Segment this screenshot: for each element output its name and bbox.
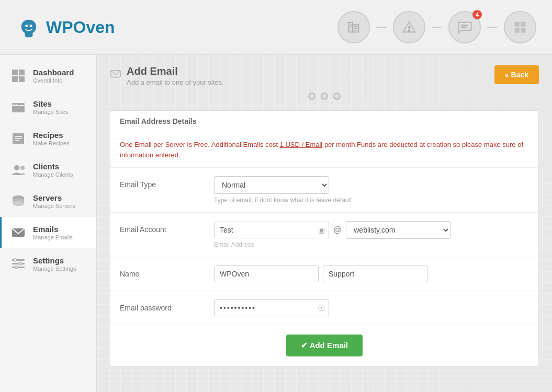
email-account-wrap: ▣ @ weblisty.com — [214, 221, 529, 239]
logo-icon — [16, 14, 42, 40]
logo: WPOven — [16, 14, 115, 40]
sidebar-sites-subtitle: Manage Sites — [33, 109, 68, 115]
name-label: Name — [120, 266, 204, 278]
sidebar-emails-subtitle: Manage Emails — [33, 234, 73, 240]
steps-indicator — [110, 93, 539, 100]
main-content: Add Email Add a email to one of your sit… — [97, 55, 552, 392]
sidebar-item-recipes[interactable]: Recipes Make Recipes — [0, 123, 96, 154]
email-address-hint: Email Address — [214, 241, 529, 248]
form-row-password: Email password ☉ — [110, 291, 538, 325]
dashboard-icon — [10, 67, 27, 84]
email-account-label: Email Account — [120, 221, 204, 234]
sidebar-clients-title: Clients — [33, 162, 73, 171]
sidebar-item-dashboard-text: Dashboard Overall Info — [33, 68, 74, 84]
sidebar-item-sites[interactable]: Sites Manage Sites — [0, 91, 96, 123]
name-control — [214, 266, 529, 282]
email-input-wrap: ▣ — [214, 222, 329, 238]
svg-point-38 — [15, 266, 18, 269]
form-row-email-type: Email Type Normal Forwarder Alias Type o… — [110, 168, 538, 213]
sidebar-item-clients[interactable]: Clients Manage Clients — [0, 154, 96, 186]
svg-point-37 — [19, 262, 22, 265]
page-header: Add Email Add a email to one of your sit… — [110, 65, 539, 86]
sidebar-item-dashboard[interactable]: Dashboard Overall Info — [0, 60, 96, 91]
sidebar-settings-title: Settings — [33, 256, 76, 266]
svg-rect-14 — [521, 28, 525, 32]
header-connector-3 — [487, 27, 498, 28]
sidebar-item-recipes-text: Recipes Make Recipes — [33, 131, 70, 146]
email-type-label: Email Type — [120, 176, 204, 189]
form-row-email-account: Email Account ▣ @ weblisty.com Email Add… — [110, 213, 538, 257]
svg-rect-13 — [515, 28, 520, 32]
sidebar-item-emails-text: Emails Manage Emails — [33, 225, 73, 240]
svg-point-21 — [14, 104, 15, 105]
sidebar-recipes-title: Recipes — [33, 131, 70, 140]
password-toggle-icon[interactable]: ☉ — [318, 303, 325, 313]
report-icon — [346, 20, 361, 34]
sidebar-item-settings[interactable]: Settings Manage Settings — [0, 248, 96, 280]
step-2 — [321, 93, 328, 100]
back-button[interactable]: « Back — [494, 65, 539, 84]
page-subtitle: Add a email to one of your sites. — [127, 78, 224, 86]
form-submit: ✔ Add Email — [110, 325, 538, 366]
info-box: One Email per Server is Free, Additional… — [110, 132, 538, 168]
svg-point-8 — [409, 30, 410, 31]
domain-select[interactable]: weblisty.com — [346, 221, 450, 239]
svg-point-36 — [14, 259, 17, 261]
sidebar-servers-subtitle: Manage Servers — [33, 203, 75, 209]
header-grid-button[interactable] — [504, 11, 536, 43]
page-title-icon — [110, 69, 121, 83]
sidebar-item-servers[interactable]: Servers Manage Servers — [0, 186, 96, 217]
form-row-name: Name — [110, 257, 538, 291]
settings-icon — [10, 256, 27, 272]
header-report-button[interactable] — [337, 11, 370, 43]
password-input[interactable] — [214, 299, 329, 316]
sidebar-dashboard-title: Dashboard — [33, 68, 74, 77]
email-account-control: ▣ @ weblisty.com Email Address — [214, 221, 529, 248]
svg-point-27 — [14, 165, 19, 170]
header-alert-button[interactable] — [393, 11, 425, 43]
svg-rect-18 — [19, 76, 25, 82]
password-control: ☉ — [214, 299, 529, 316]
svg-point-28 — [20, 166, 25, 170]
password-wrap: ☉ — [214, 299, 329, 316]
sidebar-item-servers-text: Servers Manage Servers — [33, 193, 75, 209]
info-text-before: One Email per Server is Free, Additional… — [120, 141, 280, 148]
header: WPOven 4 — [0, 0, 552, 55]
svg-rect-34 — [12, 263, 25, 264]
recipes-icon — [10, 130, 27, 147]
email-type-select[interactable]: Normal Forwarder Alias — [214, 176, 329, 194]
sidebar-item-emails[interactable]: Emails Manage Emails — [0, 217, 96, 248]
clients-icon — [10, 162, 27, 178]
svg-point-0 — [25, 25, 28, 27]
svg-point-31 — [13, 201, 24, 206]
layout: Dashboard Overall Info Sites Manage Site… — [0, 55, 552, 392]
sites-icon — [10, 99, 27, 116]
sidebar-recipes-subtitle: Make Recipes — [33, 140, 70, 146]
svg-rect-16 — [19, 70, 25, 75]
sidebar-item-settings-text: Settings Manage Settings — [33, 256, 76, 272]
page-title-wrap: Add Email Add a email to one of your sit… — [127, 65, 224, 86]
name-wrap — [214, 266, 529, 282]
page-title-section: Add Email Add a email to one of your sit… — [110, 65, 224, 86]
step-3 — [333, 93, 341, 100]
sidebar-item-sites-text: Sites Manage Sites — [33, 99, 68, 115]
first-name-input[interactable] — [214, 266, 319, 282]
svg-rect-12 — [521, 22, 525, 27]
header-connector-1 — [376, 27, 387, 28]
sidebar-servers-title: Servers — [33, 193, 75, 203]
password-label: Email password — [120, 299, 204, 312]
alert-icon — [402, 20, 416, 34]
header-chat-button[interactable]: 4 — [448, 11, 481, 43]
info-link[interactable]: 1 USD / Email — [280, 141, 323, 148]
svg-point-1 — [30, 25, 32, 27]
sidebar: Dashboard Overall Info Sites Manage Site… — [0, 55, 97, 392]
chat-badge: 4 — [472, 10, 482, 19]
last-name-input[interactable] — [323, 266, 427, 282]
email-type-control: Normal Forwarder Alias Type of email, if… — [214, 176, 529, 204]
chat-icon — [457, 20, 472, 34]
svg-rect-11 — [515, 22, 520, 27]
add-email-button[interactable]: ✔ Add Email — [286, 335, 363, 356]
sidebar-emails-title: Emails — [33, 225, 73, 234]
email-account-input[interactable] — [214, 222, 329, 238]
card-header: Email Address Details — [110, 111, 538, 132]
